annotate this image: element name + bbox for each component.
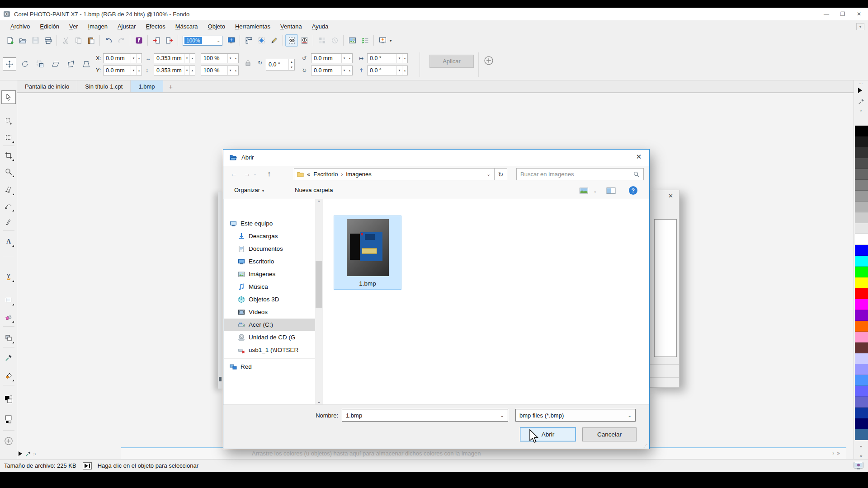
breadcrumb-escritorio[interactable]: Escritorio — [313, 171, 338, 178]
cancel-button[interactable]: Cancelar — [582, 427, 637, 441]
redo-button[interactable] — [115, 34, 127, 47]
grid-disabled-button[interactable] — [316, 34, 328, 47]
new-document-tab-button[interactable]: + — [163, 80, 179, 92]
forward-button[interactable]: → — [241, 168, 253, 180]
rotation-angle-field[interactable]: 0.0 °▴▾ — [266, 59, 295, 70]
palette-swatch[interactable] — [855, 343, 868, 353]
minimize-button[interactable]: — — [818, 8, 835, 20]
paste-button[interactable] — [85, 34, 97, 47]
sidebar-item-videos[interactable]: Vídeos — [224, 306, 315, 318]
tab-1bmp-active[interactable]: 1.bmp — [131, 80, 163, 92]
palette-swatch[interactable] — [855, 408, 868, 418]
rectangle-tool[interactable] — [2, 294, 15, 306]
history-dropdown-icon[interactable]: ⌄ — [253, 172, 257, 176]
palette-swatch[interactable] — [855, 136, 868, 147]
filetype-combo[interactable]: bmp files (*.bmp) ⌄ — [515, 409, 636, 422]
preview-pane-toggle-icon[interactable] — [606, 187, 616, 194]
fill-tool[interactable] — [2, 370, 15, 382]
sidebar-item-unidad-cd[interactable]: Unidad de CD (G — [224, 331, 315, 343]
scale-width-field[interactable]: 100 %▾▴ — [201, 53, 239, 63]
add-control-icon[interactable] — [484, 56, 494, 66]
palette-swatch[interactable] — [855, 180, 868, 191]
pick-tool[interactable] — [1, 90, 16, 104]
palette-swatch[interactable] — [855, 126, 868, 136]
menu-mascara[interactable]: Máscara — [170, 23, 203, 30]
address-breadcrumb[interactable]: « Escritorio › imagenes ⌄ — [294, 168, 495, 180]
menu-ver[interactable]: Ver — [64, 23, 83, 30]
help-button[interactable]: ? — [629, 186, 637, 195]
snap-to-grid-button[interactable] — [255, 34, 268, 47]
sidebar-item-escritorio[interactable]: Escritorio — [224, 255, 315, 267]
skew-mode-button[interactable] — [49, 57, 62, 71]
sidebar-item-acer-c-selected[interactable]: Acer (C:) — [224, 319, 315, 331]
foreground-background-colors[interactable] — [2, 389, 15, 409]
palette-swatch[interactable] — [855, 191, 868, 202]
up-button[interactable]: ↑ — [263, 168, 275, 180]
palette-eyedropper-icon[interactable] — [858, 99, 864, 105]
palette-swatch[interactable] — [855, 277, 868, 288]
apply-button[interactable]: Aplicar — [429, 55, 474, 68]
skew-vertical-field[interactable]: 0.0 mm▾▴ — [311, 66, 353, 75]
rotate-mode-button[interactable] — [18, 57, 32, 71]
sidebar-item-documentos[interactable]: Documentos — [224, 243, 315, 255]
palette-swatch[interactable] — [855, 353, 868, 364]
palette-swatch[interactable] — [855, 234, 868, 245]
scale-height-field[interactable]: 100 %▾▴ — [201, 66, 239, 75]
palette-swatch[interactable] — [855, 212, 868, 223]
menu-ventana[interactable]: Ventana — [275, 23, 307, 30]
export-button[interactable] — [163, 34, 175, 47]
fit-to-screen-button[interactable] — [225, 34, 237, 47]
text-tool[interactable]: A — [2, 235, 15, 248]
clone-tool[interactable] — [2, 183, 15, 196]
palette-swatch[interactable] — [855, 299, 868, 310]
new-folder-button[interactable]: Nueva carpeta — [295, 187, 333, 193]
position-mode-button[interactable] — [3, 57, 16, 71]
menu-edicion[interactable]: Edición — [35, 23, 64, 30]
guidelines-button[interactable] — [268, 34, 280, 47]
mask-overlay-button[interactable] — [298, 34, 311, 47]
perspective-vertical-field[interactable]: 0.0 °▾▴ — [367, 66, 408, 75]
scrollbar-up-icon[interactable]: ⌃ — [315, 200, 323, 205]
zoom-level-combo[interactable]: 100% ⌄ — [183, 36, 222, 46]
back-button[interactable]: ← — [228, 168, 240, 180]
palette-swatch[interactable] — [855, 429, 868, 440]
maximize-button[interactable]: ❐ — [835, 8, 851, 20]
distort-mode-button[interactable] — [64, 57, 78, 71]
palette-swatch[interactable] — [855, 288, 868, 299]
close-button[interactable]: ✕ — [851, 8, 867, 20]
sidebar-item-usb1-1[interactable]: usb1_1 (\\IOTSER — [224, 344, 315, 356]
menu-ajustar[interactable]: Ajustar — [113, 23, 141, 30]
sidebar-item-objetos-3d[interactable]: Objetos 3D — [224, 293, 315, 305]
sidebar-item-descargas[interactable]: Descargas — [224, 230, 315, 242]
palette-more-icon[interactable]: » — [854, 453, 868, 458]
open-button[interactable] — [16, 34, 29, 47]
copy-button[interactable] — [72, 34, 85, 47]
flyout-arrow-icon[interactable] — [19, 451, 22, 456]
menu-herramientas[interactable]: Herramientas — [230, 23, 275, 30]
breadcrumb-imagenes[interactable]: imagenes — [346, 171, 371, 178]
menu-efectos[interactable]: Efectos — [141, 23, 170, 30]
add-tool-button[interactable] — [2, 435, 15, 447]
y-position-field[interactable]: 0.0 mm▾▴ — [103, 66, 142, 75]
refresh-button[interactable]: ↻ — [494, 168, 507, 180]
import-button[interactable] — [150, 34, 163, 47]
mask-transform-tool[interactable] — [2, 115, 15, 127]
filename-combo[interactable]: 1.bmp ⌄ — [342, 409, 508, 422]
open-button[interactable]: Abrir — [520, 427, 576, 441]
palette-swatch[interactable] — [855, 256, 868, 267]
mask-colors-swatch[interactable] — [2, 410, 15, 428]
search-input[interactable]: Buscar en imagenes — [516, 168, 644, 180]
save-button[interactable] — [29, 34, 42, 47]
filetype-dropdown-icon[interactable]: ⌄ — [628, 413, 632, 418]
palette-swatch[interactable] — [855, 364, 868, 375]
tab-sin-titulo-1[interactable]: Sin título-1.cpt — [77, 80, 131, 92]
eraser-tool[interactable] — [2, 311, 15, 324]
palette-swatch[interactable] — [855, 386, 868, 397]
palette-swatch[interactable] — [855, 169, 868, 180]
background-dialog-close-icon[interactable]: ✕ — [668, 192, 673, 199]
palette-swatch[interactable] — [855, 418, 868, 429]
perspective-mode-button[interactable] — [80, 57, 93, 71]
shape-edit-tool[interactable] — [2, 200, 15, 212]
mask-marquee-visible-button[interactable] — [285, 34, 298, 47]
scrollbar-down-icon[interactable]: ⌄ — [315, 399, 323, 404]
